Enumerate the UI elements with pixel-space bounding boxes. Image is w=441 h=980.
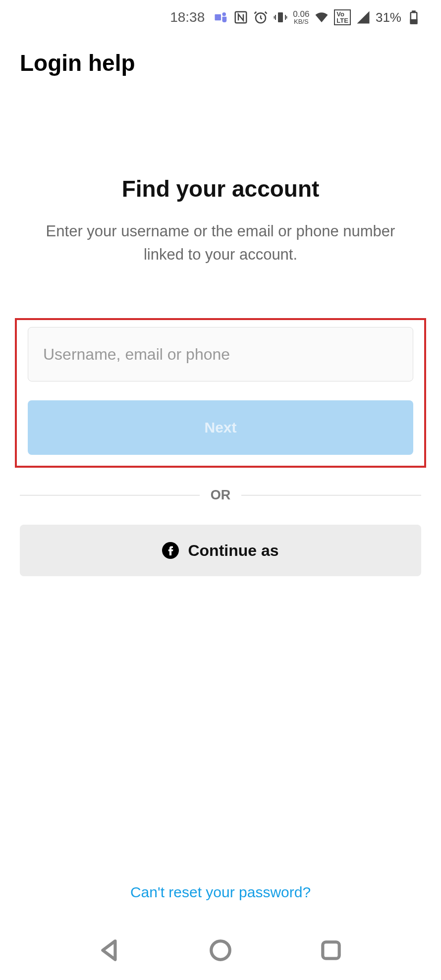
content-area: Find your account Enter your username or… <box>0 175 441 576</box>
svg-rect-10 <box>323 942 339 958</box>
nav-home-button[interactable] <box>208 938 233 963</box>
android-nav-bar <box>0 921 441 980</box>
status-time: 18:38 <box>170 9 205 25</box>
svg-rect-7 <box>413 11 415 13</box>
facebook-icon <box>162 542 179 559</box>
battery-percent: 31% <box>376 10 401 25</box>
cant-reset-password-link[interactable]: Can't reset your password? <box>0 884 441 901</box>
svg-rect-6 <box>411 20 417 24</box>
volte-icon: VoLTE <box>334 9 351 25</box>
battery-icon <box>406 10 421 25</box>
network-speed: 0.06 KB/S <box>293 10 309 25</box>
teams-icon <box>214 10 228 25</box>
nav-back-button[interactable] <box>98 938 122 963</box>
or-divider: OR <box>20 488 421 503</box>
svg-rect-4 <box>278 12 283 22</box>
divider-line-left <box>20 495 200 495</box>
wifi-icon <box>314 10 329 25</box>
highlight-box: Next <box>15 318 426 468</box>
nfc-icon <box>233 10 248 25</box>
or-text: OR <box>200 488 242 503</box>
username-input[interactable] <box>28 327 413 381</box>
signal-icon <box>356 10 371 25</box>
page-title: Login help <box>0 35 441 76</box>
svg-point-9 <box>211 941 230 960</box>
status-bar: 18:38 0.06 KB/S VoLTE 31% <box>0 0 441 35</box>
nav-recent-button[interactable] <box>319 938 343 963</box>
svg-rect-0 <box>215 14 221 21</box>
next-button[interactable]: Next <box>28 400 413 455</box>
facebook-button-label: Continue as <box>188 542 278 560</box>
find-account-subheading: Enter your username or the email or phon… <box>20 220 421 266</box>
vibrate-icon <box>273 10 288 25</box>
svg-point-1 <box>222 12 226 16</box>
find-account-heading: Find your account <box>20 175 421 202</box>
divider-line-right <box>241 495 421 495</box>
continue-facebook-button[interactable]: Continue as <box>20 525 421 576</box>
alarm-icon <box>253 10 268 25</box>
